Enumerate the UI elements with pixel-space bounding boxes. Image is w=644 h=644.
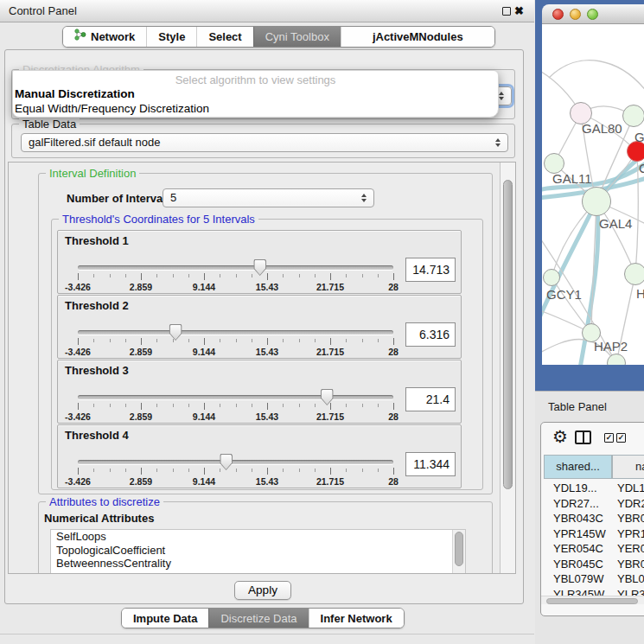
table-row[interactable]: YLR345WYLR3 — [544, 587, 644, 596]
control-panel-title: Control Panel — [9, 4, 77, 17]
list-item[interactable]: BetweennessCentrality — [51, 557, 465, 571]
slider-scale-labels: -3.4262.8599.14415.4321.71528 — [78, 476, 393, 487]
cell-name[interactable]: YPR1 — [612, 526, 644, 542]
table-row[interactable]: YDR27...YDR2 — [544, 496, 644, 512]
table-data-combobox[interactable]: galFiltered.sif default node — [21, 133, 508, 152]
network-window-titlebar[interactable] — [542, 4, 644, 24]
tab-network-label: Network — [91, 27, 135, 47]
threshold-3-slider[interactable]: -3.4262.8599.14415.4321.71528 — [78, 393, 393, 421]
cell-shared-name[interactable]: YDL19... — [544, 481, 612, 496]
thresholds-group-title: Threshold's Coordinates for 5 Intervals — [59, 213, 258, 226]
network-node[interactable] — [582, 187, 611, 216]
algorithm-option-equal-width[interactable]: Equal Width/Frequency Discretization — [15, 102, 209, 115]
cell-name[interactable]: YDL1 — [612, 481, 644, 496]
checkbox-icon[interactable]: ✓ — [616, 433, 626, 443]
split-view-icon[interactable] — [575, 430, 591, 444]
network-node[interactable] — [543, 269, 560, 286]
threshold-4-value-field[interactable]: 11.344 — [405, 452, 456, 476]
cell-name[interactable]: YER0 — [612, 541, 644, 557]
slider-ticks — [78, 338, 393, 346]
algorithm-placeholder-item[interactable]: Select algorithm to view settings — [13, 73, 498, 86]
cell-shared-name[interactable]: YPR145W — [544, 526, 612, 542]
table-row[interactable]: YBL079WYBL0 — [544, 571, 644, 587]
checkbox-icon[interactable]: ✓ — [604, 433, 614, 443]
cell-shared-name[interactable]: YLR345W — [544, 587, 612, 596]
algorithm-option-manual[interactable]: Manual Discretization — [15, 87, 135, 100]
cell-shared-name[interactable]: YDR27... — [544, 496, 612, 512]
attributes-list-scrollbar[interactable] — [452, 530, 465, 573]
combo-stepper-icon — [361, 194, 367, 202]
table-panel-title: Table Panel — [548, 400, 607, 413]
settings-scrollpane: Interval Definition Number of Intervals … — [8, 162, 516, 574]
cell-shared-name[interactable]: YBR045C — [544, 557, 612, 572]
cell-shared-name[interactable]: YBL079W — [544, 571, 612, 587]
tab-impute-data[interactable]: Impute Data — [122, 609, 208, 628]
scrollbar-thumb[interactable] — [503, 180, 513, 489]
table-horizontal-scrollbar[interactable] — [541, 596, 644, 604]
mac-zoom-icon[interactable] — [587, 9, 598, 20]
number-of-intervals-label: Number of Intervals — [67, 192, 172, 205]
node-label: GAL4 — [599, 216, 632, 231]
cell-shared-name[interactable]: YER054C — [544, 541, 612, 557]
numerical-attributes-list[interactable]: SelfLoopsTopologicalCoefficientBetweenne… — [50, 529, 466, 574]
tab-infer-network[interactable]: Infer Network — [309, 609, 404, 628]
cell-name[interactable]: YLR3 — [612, 587, 644, 596]
tab-cyni-toolbox[interactable]: Cyni Toolbox — [253, 27, 341, 47]
cell-shared-name[interactable]: YBR043C — [544, 511, 612, 526]
close-icon[interactable]: ✖ — [514, 3, 524, 19]
cell-name[interactable]: YDR2 — [612, 496, 644, 512]
network-node[interactable] — [624, 263, 644, 285]
tab-discretize-data[interactable]: Discretize Data — [208, 609, 308, 628]
column-header-name[interactable]: name — [612, 455, 644, 479]
table-row[interactable]: YDL19...YDL1 — [544, 481, 644, 496]
tab-select[interactable]: Select — [196, 27, 252, 47]
cell-name[interactable]: YBL0 — [612, 571, 644, 587]
threshold-1-value-field[interactable]: 14.713 — [405, 258, 456, 282]
slider-scale-labels: -3.4262.8599.14415.4321.71528 — [78, 411, 393, 422]
table-header-row: shared... name — [544, 455, 644, 479]
threshold-2-slider[interactable]: -3.4262.8599.14415.4321.71528 — [78, 328, 393, 356]
number-of-intervals-combobox[interactable]: 5 — [163, 188, 374, 207]
numerical-attributes-label: Numerical Attributes — [44, 512, 154, 525]
tab-jactivemnodules[interactable]: jActiveMNodules — [341, 27, 494, 47]
network-node[interactable] — [622, 105, 644, 127]
threshold-2-value-field[interactable]: 6.316 — [405, 322, 456, 347]
settings-vertical-scrollbar[interactable] — [500, 163, 515, 573]
apply-button[interactable]: Apply — [234, 581, 291, 600]
column-header-shared-name[interactable]: shared... — [544, 455, 612, 479]
tab-network[interactable]: Network — [63, 27, 146, 47]
threshold-4-slider[interactable]: -3.4262.8599.14415.4321.71528 — [78, 458, 393, 486]
mac-close-icon[interactable] — [552, 9, 564, 20]
threshold-1-slider[interactable]: -3.4262.8599.14415.4321.71528 — [78, 264, 393, 291]
tab-style[interactable]: Style — [146, 27, 196, 47]
screen: { "colors": { "frame_blue": "#4a6da8", "… — [0, 0, 644, 644]
table-row[interactable]: YBR043CYBR0 — [544, 511, 644, 526]
gear-icon[interactable]: ⚙ — [552, 428, 568, 445]
table-row[interactable]: YPR145WYPR1 — [544, 526, 644, 542]
table-row[interactable]: YER054CYER0 — [544, 541, 644, 557]
threshold-3-value-field[interactable]: 21.4 — [405, 387, 456, 411]
table-data-combobox-value: galFiltered.sif default node — [29, 136, 160, 149]
table-row[interactable]: YBR045CYBR0 — [544, 557, 644, 572]
list-item[interactable]: TopologicalCoefficient — [51, 544, 465, 558]
control-panel-titlebar: Control Panel ✖ — [0, 0, 534, 22]
scrollbar-thumb[interactable] — [455, 532, 463, 566]
table-data-group: Table Data galFiltered.sif default node — [11, 124, 515, 158]
node-label: GA — [634, 130, 644, 144]
float-window-icon[interactable] — [502, 7, 511, 16]
tab-discretize-data-label: Discretize Data — [220, 609, 296, 628]
scrollbar-thumb[interactable] — [546, 598, 638, 604]
panel-bottom-divider — [0, 634, 534, 634]
attribute-items: SelfLoopsTopologicalCoefficientBetweenne… — [51, 530, 465, 571]
threshold-3-panel: Threshold 3 -3.4262.8599.14415.4321.7152… — [57, 360, 462, 424]
mac-minimize-icon[interactable] — [570, 9, 581, 20]
network-icon — [74, 27, 86, 47]
threshold-4-panel: Threshold 4 -3.4262.8599.14415.4321.7152… — [57, 424, 462, 488]
cell-name[interactable]: YBR0 — [612, 557, 644, 572]
network-canvas[interactable]: GAL80GACGAL11GAL4GCY1HHAP2 — [542, 24, 644, 365]
tab-select-label: Select — [208, 27, 241, 47]
number-of-intervals-value: 5 — [170, 191, 176, 204]
list-item[interactable]: SelfLoops — [51, 530, 465, 544]
cell-name[interactable]: YBR0 — [612, 511, 644, 526]
slider-scale-labels: -3.4262.8599.14415.4321.71528 — [78, 282, 393, 292]
